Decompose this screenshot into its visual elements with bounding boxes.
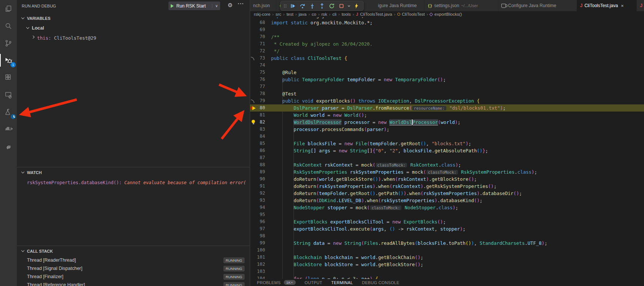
call-stack-thread[interactable]: Thread [Reference Handler]RUNNING <box>17 281 250 286</box>
code-line[interactable]: 88 RskContext rskContext = mock(classToM… <box>250 161 644 168</box>
code-line[interactable]: 73public class CliToolsTest { <box>250 55 644 62</box>
watch-expression[interactable]: rskSystemProperties.databaseKind(): Cann… <box>17 179 246 187</box>
gradle-icon[interactable] <box>0 138 17 155</box>
code-line[interactable]: 70/** <box>250 33 644 40</box>
token: rskSystemProperties <box>423 191 477 196</box>
call-stack-thread[interactable]: Thread [Signal Dispatcher]RUNNING <box>17 264 250 273</box>
stop-chevron-button[interactable] <box>346 1 352 10</box>
step-out-button[interactable] <box>317 1 327 10</box>
more-actions-icon[interactable]: ··· <box>238 1 244 7</box>
breadcrumb-folder[interactable]: rsk <box>321 12 327 16</box>
thread-status-badge: RUNNING <box>224 274 244 280</box>
run-and-debug-icon[interactable]: 1 <box>0 52 17 69</box>
code-line[interactable]: 80 DslParser parser = DslParser.fromReso… <box>250 104 644 112</box>
code-line[interactable]: 96 ExportBlocks exportBlocksCliTool = ne… <box>250 218 644 225</box>
stop-button[interactable] <box>337 1 346 10</box>
code-line[interactable]: 77 <box>250 83 644 90</box>
explorer-icon[interactable] <box>0 0 17 17</box>
breadcrumb-method[interactable]: exportBlocks() <box>434 12 462 16</box>
code-line[interactable]: 95 <box>250 211 644 218</box>
continue-button[interactable] <box>288 1 298 10</box>
code-line[interactable]: 100 <box>250 247 644 254</box>
code-line[interactable]: 101 Blockchain blockchain = world.getBlo… <box>250 254 644 261</box>
code-line[interactable]: 99 String data = new String(Files.readAl… <box>250 240 644 247</box>
tab-label: CliToolsTest.java <box>584 3 618 8</box>
restart-button[interactable] <box>327 1 337 10</box>
code-line[interactable]: 91 doReturn(rskSystemProperties).when(rs… <box>250 183 644 190</box>
token: NodeStopper <box>405 205 436 210</box>
code-line[interactable]: 92 doReturn(tempFolder.getRoot().getPath… <box>250 190 644 197</box>
code-line[interactable]: 86 String[] args = new String[]{"0", "2"… <box>250 147 644 154</box>
panel-tab-debug-console[interactable]: DEBUG CONSOLE <box>362 280 400 285</box>
token: public <box>282 77 299 82</box>
code-line[interactable]: 89 RskSystemProperties rskSystemProperti… <box>250 168 644 176</box>
section-call-stack[interactable]: CALL STACK <box>17 247 250 255</box>
code-line[interactable]: 97 exportBlocksCliTool.execute(args, () … <box>250 225 644 232</box>
step-over-button[interactable] <box>298 1 307 10</box>
code-line[interactable]: 102 BlockStore blockStore = world.getBlo… <box>250 261 644 268</box>
code-line[interactable]: 72 */ <box>250 48 644 55</box>
editor-tab[interactable]: Configure Java Runtime <box>498 0 577 11</box>
source-control-icon[interactable] <box>0 34 17 52</box>
line-number: 98 <box>250 232 265 240</box>
breadcrumb-folder[interactable]: rskj-core <box>254 12 270 16</box>
close-icon[interactable]: × <box>621 3 624 9</box>
editor-tab[interactable]: nch.json <box>250 0 276 11</box>
gear-icon[interactable]: ⚙ <box>228 2 233 9</box>
code-line[interactable]: 71 * Created by ajlopez on 26/04/2020. <box>250 40 644 48</box>
section-watch[interactable]: WATCH <box>17 168 250 177</box>
code-line[interactable]: 75 @Rule <box>250 69 644 76</box>
code-line[interactable]: 83 processor.processCommands(parser); <box>250 126 644 133</box>
run-config-dropdown[interactable]: Run RSK Start ∨ <box>168 1 220 10</box>
chevron-down-icon[interactable]: ∨ <box>212 4 218 8</box>
code-text: BlockStore blockStore = world.getBlockSt… <box>271 261 423 268</box>
step-into-button[interactable] <box>307 1 317 10</box>
extensions-icon[interactable] <box>0 69 17 86</box>
testing-icon[interactable] <box>0 103 17 121</box>
problems-count-badge: 1K+ <box>284 280 296 285</box>
variable-this[interactable]: this: CliToolsTest@29 <box>17 34 250 42</box>
code-line[interactable]: 87 <box>250 154 644 161</box>
breadcrumb-folder[interactable]: test <box>286 12 294 16</box>
token: ; <box>458 162 461 168</box>
breadcrumb-folder[interactable]: cli <box>332 12 337 16</box>
remote-explorer-icon[interactable] <box>0 86 17 103</box>
call-stack-thread[interactable]: Thread [Finalizer]RUNNING <box>17 273 250 281</box>
code-line[interactable]: 98 <box>250 232 644 240</box>
code-line[interactable]: 78 @Test <box>250 90 644 97</box>
code-line[interactable]: 93 doReturn(DbKind.LEVEL_DB).when(rskSys… <box>250 197 644 204</box>
line-number: 91 <box>250 183 265 190</box>
code-line[interactable]: 69 <box>250 26 644 33</box>
docker-icon[interactable] <box>0 121 17 138</box>
code-editor[interactable]: 67import static org.junit.Assert.*;68imp… <box>250 17 644 279</box>
editor-tab[interactable]: {}settings.json~/.../User <box>425 0 498 11</box>
panel-tab-output[interactable]: OUTPUT <box>305 280 322 285</box>
code-line[interactable]: 79 public void exportBlocks() throws IOE… <box>250 97 644 104</box>
panel-tab-problems[interactable]: PROBLEMS1K+ <box>257 280 296 285</box>
breadcrumb-folder[interactable]: tools <box>341 12 350 16</box>
search-icon[interactable] <box>0 17 17 34</box>
code-line[interactable]: 68import static org.mockito.Mockito.*; <box>250 19 644 26</box>
code-line[interactable]: 76 public TemporaryFolder tempFolder = n… <box>250 76 644 83</box>
code-line[interactable]: 94 NodeStopper stopper = mock(classToMoc… <box>250 204 644 211</box>
call-stack-thread[interactable]: Thread [ReaderThread]RUNNING <box>17 256 250 264</box>
variables-scope-local[interactable]: Local <box>17 24 250 32</box>
panel-tab-terminal[interactable]: TERMINAL <box>331 280 353 285</box>
code-line[interactable]: 90 doReturn(world.getBlockStore()).when(… <box>250 176 644 183</box>
breadcrumb-file[interactable]: CliToolsTest.java <box>360 12 392 16</box>
hot-code-replace-button[interactable] <box>352 1 361 10</box>
breadcrumb-class[interactable]: CliToolsTest <box>402 12 425 16</box>
code-line[interactable]: 85 File blocksFile = new File(tempFolder… <box>250 140 644 147</box>
breadcrumb-folder[interactable]: src <box>276 12 281 16</box>
code-line[interactable]: 104 for (long n = 0; n < 3; n++) { <box>250 275 644 279</box>
code-line[interactable]: 74 <box>250 62 644 69</box>
code-line[interactable]: 84 <box>250 133 644 140</box>
section-variables[interactable]: VARIABLES <box>17 14 250 22</box>
code-line[interactable]: 103 <box>250 268 644 275</box>
editor-tab[interactable]: J <box>637 0 644 11</box>
code-line[interactable]: 81 World world = new World(); <box>250 112 644 119</box>
breadcrumb-folder[interactable]: co <box>312 12 316 16</box>
editor-tab[interactable]: JCliToolsTest.java× <box>577 0 637 11</box>
code-line[interactable]: 82 WorldDslProcessor processor = new Wor… <box>250 119 644 126</box>
breadcrumb-folder[interactable]: java <box>299 12 307 16</box>
